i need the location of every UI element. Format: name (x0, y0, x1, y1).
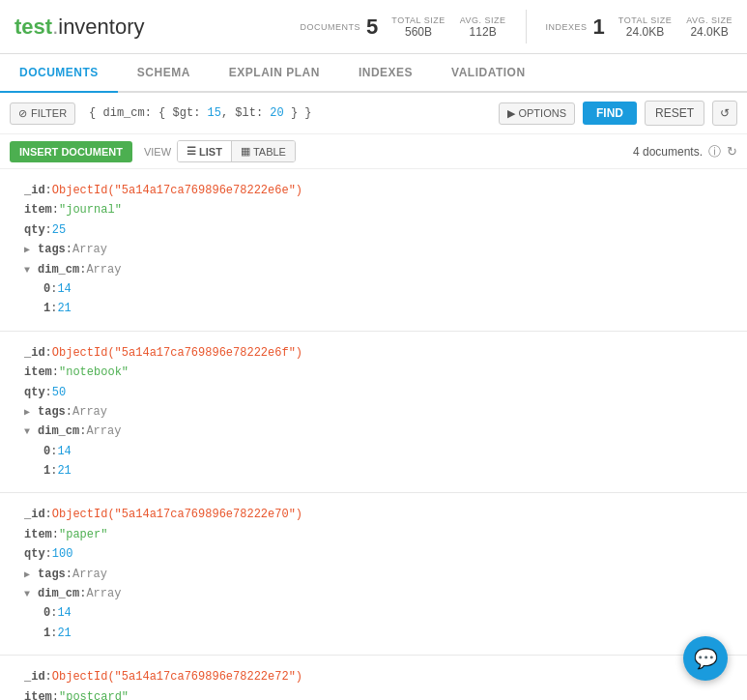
collapse-dim-cm[interactable]: ▼ (24, 262, 36, 274)
documents-stat: DOCUMENTS 5 TOTAL SIZE 560B AVG. SIZE 11… (301, 15, 506, 40)
collapse-dim-cm[interactable]: ▼ (24, 423, 36, 435)
filter-label: FILTER (31, 107, 67, 119)
documents-label: DOCUMENTS (301, 22, 361, 32)
options-label: OPTIONS (518, 107, 566, 119)
chat-bubble[interactable]: 💬 (683, 636, 728, 681)
list-icon: ☰ (187, 145, 196, 158)
table-row: _id: ObjectId("5a14a17ca769896e78222e70"… (0, 493, 747, 656)
indexes-label: INDEXES (546, 22, 588, 32)
expand-tags[interactable]: ▶ (24, 567, 36, 578)
logo-test: test (14, 15, 52, 39)
field-dim-0: 0: 14 (43, 442, 733, 461)
expand-tags[interactable]: ▶ (24, 242, 36, 253)
table-row: _id: ObjectId("5a14a17ca769896e78222e72"… (0, 656, 747, 700)
field-tags: ▶tags: Array (24, 402, 733, 422)
logo: test.inventory (14, 15, 145, 40)
docs-total-size-label: TOTAL SIZE (391, 15, 445, 25)
field-qty: qty: 100 (24, 544, 733, 564)
field-id: _id: ObjectId("5a14a17ca769896e78222e72"… (24, 667, 733, 686)
docs-avg-size: 112B (470, 25, 497, 39)
field-dim-0: 0: 14 (43, 603, 733, 623)
idx-avg-size-label: AVG. SIZE (686, 15, 733, 25)
field-dim-1: 1: 21 (43, 299, 733, 318)
action-right: 4 documents. ⓘ ↻ (633, 143, 737, 160)
refresh-icon[interactable]: ↻ (727, 144, 737, 159)
tab-documents[interactable]: DOCUMENTS (0, 54, 118, 93)
docs-total-size: 560B (405, 25, 432, 39)
table-icon: ▦ (241, 145, 250, 158)
table-row: _id: ObjectId("5a14a17ca769896e78222e6f"… (0, 332, 747, 494)
tab-indexes[interactable]: INDEXES (339, 54, 432, 93)
view-label: VIEW (144, 146, 171, 158)
info-icon[interactable]: ⓘ (708, 143, 721, 160)
field-item: item: "journal" (24, 200, 733, 219)
logo-inventory: inventory (58, 15, 144, 39)
documents-count: 5 (366, 15, 378, 40)
field-qty: qty: 25 (24, 220, 733, 240)
doc-count: 4 documents. (633, 145, 703, 159)
options-arrow: ▶ (507, 107, 515, 120)
reset-button[interactable]: RESET (645, 101, 704, 126)
history-icon: ↺ (720, 106, 730, 120)
filter-query-display: { dim_cm: { $gt: 15, $lt: 20 } } (83, 102, 491, 124)
idx-total-size-label: TOTAL SIZE (618, 15, 672, 25)
docs-avg-size-label: AVG. SIZE (460, 15, 506, 25)
field-tags: ▶tags: Array (24, 565, 733, 584)
field-item: item: "postcard" (24, 687, 733, 700)
idx-size-details: TOTAL SIZE 24.0KB AVG. SIZE 24.0KB (618, 15, 733, 39)
field-dim-cm: ▼dim_cm: Array (24, 260, 733, 279)
tabs: DOCUMENTS SCHEMA EXPLAIN PLAN INDEXES VA… (0, 54, 747, 93)
field-item: item: "notebook" (24, 363, 733, 382)
field-qty: qty: 50 (24, 383, 733, 402)
find-button[interactable]: FIND (583, 102, 637, 125)
field-id: _id: ObjectId("5a14a17ca769896e78222e6e"… (24, 181, 733, 200)
list-view-button[interactable]: ☰ LIST (178, 141, 232, 161)
expand-tags[interactable]: ▶ (24, 404, 36, 416)
options-button[interactable]: ▶ OPTIONS (499, 102, 575, 125)
filter-toolbar: ⊘ FILTER { dim_cm: { $gt: 15, $lt: 20 } … (0, 93, 747, 134)
field-id: _id: ObjectId("5a14a17ca769896e78222e6f"… (24, 343, 733, 363)
stat-divider (526, 10, 527, 44)
insert-document-button[interactable]: INSERT DOCUMENT (10, 141, 132, 162)
tab-explain-plan[interactable]: EXPLAIN PLAN (210, 54, 339, 93)
field-dim-1: 1: 21 (43, 461, 733, 481)
indexes-count: 1 (593, 15, 605, 40)
history-button[interactable]: ↺ (712, 101, 737, 126)
view-toggle: ☰ LIST ▦ TABLE (177, 140, 296, 162)
field-dim-1: 1: 21 (43, 624, 733, 643)
indexes-stat: INDEXES 1 TOTAL SIZE 24.0KB AVG. SIZE 24… (546, 15, 733, 40)
action-left: INSERT DOCUMENT VIEW ☰ LIST ▦ TABLE (10, 140, 296, 162)
field-tags: ▶tags: Array (24, 240, 733, 259)
table-view-button[interactable]: ▦ TABLE (232, 141, 295, 161)
idx-avg-size: 24.0KB (690, 25, 728, 39)
field-dim-cm: ▼dim_cm: Array (24, 584, 733, 603)
documents-list: _id: ObjectId("5a14a17ca769896e78222e6e"… (0, 169, 747, 700)
field-id: _id: ObjectId("5a14a17ca769896e78222e70"… (24, 505, 733, 524)
field-item: item: "paper" (24, 525, 733, 544)
header: test.inventory DOCUMENTS 5 TOTAL SIZE 56… (0, 0, 747, 54)
field-dim-cm: ▼dim_cm: Array (24, 422, 733, 441)
tab-validation[interactable]: VALIDATION (432, 54, 545, 93)
filter-button[interactable]: ⊘ FILTER (10, 102, 75, 125)
table-label: TABLE (253, 146, 286, 158)
field-dim-0: 0: 14 (43, 279, 733, 299)
table-row: _id: ObjectId("5a14a17ca769896e78222e6e"… (0, 169, 747, 332)
tab-schema[interactable]: SCHEMA (118, 54, 210, 93)
action-bar: INSERT DOCUMENT VIEW ☰ LIST ▦ TABLE 4 do… (0, 134, 747, 169)
collapse-dim-cm[interactable]: ▼ (24, 586, 36, 598)
idx-total-size: 24.0KB (626, 25, 664, 39)
chat-icon: 💬 (694, 647, 718, 670)
filter-icon: ⊘ (18, 107, 27, 120)
docs-size-details: TOTAL SIZE 560B AVG. SIZE 112B (391, 15, 505, 39)
list-label: LIST (199, 146, 222, 158)
